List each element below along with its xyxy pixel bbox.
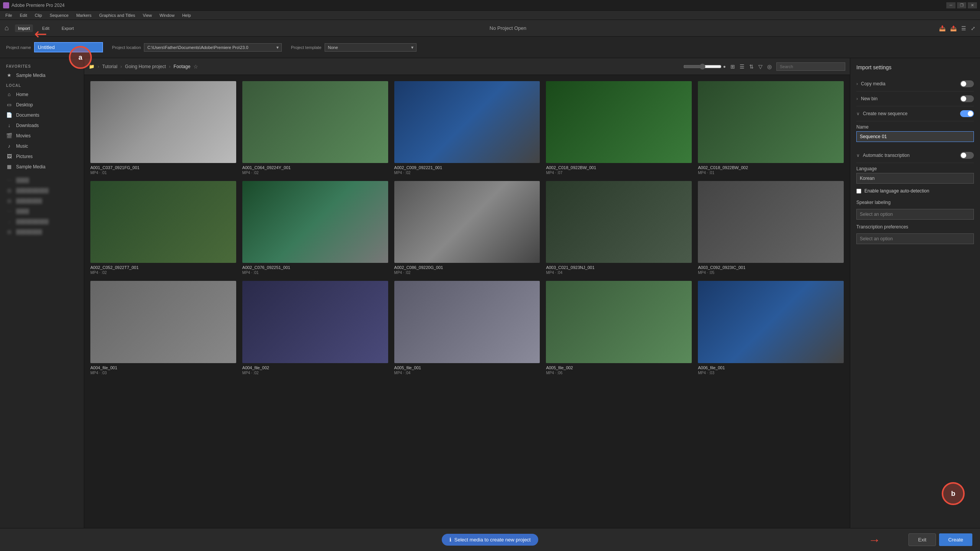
list-view-button[interactable]: ☰ <box>738 63 746 70</box>
exit-button[interactable]: Exit <box>908 533 936 546</box>
language-section: Language Korean English Japanese <box>856 163 974 185</box>
media-name-8: A003_C021_0923NJ_001 <box>546 265 692 270</box>
info-icon: ℹ <box>449 537 451 543</box>
sidebar-item-label: Music <box>16 143 28 149</box>
breadcrumb-tutorial[interactable]: Tutorial <box>102 64 118 69</box>
info-text: Select media to create new project <box>454 537 531 543</box>
info-banner: ℹ Select media to create new project <box>442 534 538 546</box>
sidebar-item-documents[interactable]: 📄 Documents <box>0 110 84 120</box>
media-meta-8: MP4 · :04 <box>546 271 692 275</box>
sidebar-item-blurred-6[interactable]: ▦ ████████ <box>0 227 84 237</box>
sidebar-item-home[interactable]: ⌂ Home <box>0 89 84 99</box>
media-meta-13: MP4 · :06 <box>546 371 692 375</box>
export-tab[interactable]: Export <box>59 24 77 32</box>
menu-markers[interactable]: Markers <box>72 12 95 18</box>
create-sequence-toggle[interactable] <box>960 110 974 117</box>
media-name-12: A005_file_001 <box>394 365 540 370</box>
sidebar-item-blurred-3[interactable]: ▦ ████████ <box>0 196 84 206</box>
media-name-7: A002_C086_09220G_001 <box>394 265 540 270</box>
preview-button[interactable]: ◎ <box>766 63 773 70</box>
media-item-4[interactable]: A002_C018_0922BW_002 MP4 · :01 <box>698 81 844 175</box>
import-tab[interactable]: Import <box>15 24 33 32</box>
home-icon[interactable]: ⌂ <box>5 24 9 32</box>
restore-button[interactable]: ❐ <box>957 2 966 8</box>
list-icon[interactable]: ☰ <box>961 25 966 31</box>
transcription-prefs-select[interactable]: Select an option <box>856 233 974 244</box>
media-meta-2: MP4 · :02 <box>394 171 540 175</box>
sidebar-item-pictures[interactable]: 🖼 Pictures <box>0 151 84 161</box>
size-slider[interactable] <box>683 64 722 70</box>
sidebar-item-music[interactable]: ♪ Music <box>0 141 84 151</box>
media-item-8[interactable]: A003_C021_0923NJ_001 MP4 · :04 <box>546 181 692 275</box>
media-item-5[interactable]: A002_C052_0922T7_001 MP4 · :02 <box>90 181 236 275</box>
grid-view-button[interactable]: ⊞ <box>729 63 737 70</box>
expand-icon[interactable]: ⤢ <box>971 25 975 31</box>
search-input[interactable] <box>776 62 845 71</box>
media-thumb-14 <box>698 281 844 363</box>
menu-sequence[interactable]: Sequence <box>46 12 73 18</box>
sort-button[interactable]: ⇅ <box>748 63 755 70</box>
downloads-icon: ↓ <box>6 122 12 128</box>
sidebar-item-blurred-2[interactable]: ▦ ██████████ <box>0 185 84 196</box>
sequence-expand[interactable]: ∨ <box>856 111 860 116</box>
blurred-icon-4: ⋯ <box>6 208 12 214</box>
project-location-select[interactable]: C:\Users\Father\Documents\Adobe\Premiere… <box>144 43 282 52</box>
sidebar-item-desktop[interactable]: ▭ Desktop <box>0 99 84 110</box>
menu-edit[interactable]: Edit <box>16 12 31 18</box>
media-item-0[interactable]: A001_C037_0921FG_001 MP4 · :01 <box>90 81 236 175</box>
transcription-expand[interactable]: ∨ <box>856 153 860 158</box>
sidebar-item-movies[interactable]: 🎬 Movies <box>0 130 84 141</box>
media-item-3[interactable]: A002_C018_0922BW_001 MP4 · :07 <box>546 81 692 175</box>
copy-media-toggle[interactable] <box>960 80 974 87</box>
media-item-2[interactable]: A002_C009_092221_001 MP4 · :02 <box>394 81 540 175</box>
media-item-11[interactable]: A004_file_002 MP4 · :02 <box>242 281 388 375</box>
sequence-name-input[interactable] <box>856 131 974 142</box>
sidebar-item-blurred-5[interactable]: ↓ ██████████ <box>0 216 84 227</box>
favorite-star[interactable]: ☆ <box>193 64 198 70</box>
project-template-select[interactable]: None <box>325 43 416 52</box>
copy-media-expand[interactable]: › <box>856 81 858 86</box>
create-button[interactable]: Create <box>939 533 972 546</box>
media-thumb-13 <box>546 281 692 363</box>
menu-view[interactable]: View <box>139 12 156 18</box>
menu-file[interactable]: File <box>2 12 16 18</box>
language-detection-checkbox[interactable] <box>856 189 861 194</box>
media-item-12[interactable]: A005_file_001 MP4 · :04 <box>394 281 540 375</box>
sidebar-item-sample-media-fav[interactable]: ★ Sample Media <box>0 70 84 80</box>
project-template-label: Project template <box>291 45 321 50</box>
media-item-9[interactable]: A003_C092_0923IC_001 MP4 · :05 <box>698 181 844 275</box>
media-item-1[interactable]: A001_C064_09224Y_001 MP4 · :02 <box>242 81 388 175</box>
project-name-input[interactable] <box>34 42 103 52</box>
sidebar-item-blurred-4[interactable]: ⋯ ████ <box>0 206 84 216</box>
sidebar-item-sample-media[interactable]: ▦ Sample Media <box>0 161 84 172</box>
auto-transcription-toggle[interactable] <box>960 152 974 159</box>
auto-transcription-row: ∨ Automatic transcription <box>856 148 974 163</box>
menu-graphics[interactable]: Graphics and Titles <box>95 12 139 18</box>
language-detection-label: Enable language auto-detection <box>864 188 929 194</box>
menu-clip[interactable]: Clip <box>31 12 46 18</box>
menu-help[interactable]: Help <box>178 12 195 18</box>
close-button[interactable]: ✕ <box>968 2 977 8</box>
sidebar-item-blurred-1[interactable]: ⋯ ████ <box>0 175 84 185</box>
media-name-0: A001_C037_0921FG_001 <box>90 165 236 170</box>
media-item-7[interactable]: A002_C086_09220G_001 MP4 · :02 <box>394 181 540 275</box>
media-thumb-1 <box>242 81 388 163</box>
media-item-10[interactable]: A004_file_001 MP4 · :03 <box>90 281 236 375</box>
new-bin-toggle[interactable] <box>960 95 974 102</box>
export-icon[interactable]: 📤 <box>950 25 957 31</box>
speaker-labeling-select[interactable]: Select an option <box>856 209 974 220</box>
minimize-button[interactable]: ─ <box>946 2 956 8</box>
media-item-13[interactable]: A005_file_002 MP4 · :06 <box>546 281 692 375</box>
breadcrumb-going-home[interactable]: Going Home project <box>125 64 166 69</box>
media-item-6[interactable]: A002_C076_092251_001 MP4 · :01 <box>242 181 388 275</box>
sidebar-item-downloads[interactable]: ↓ Downloads <box>0 120 84 130</box>
filter-button[interactable]: ▽ <box>757 63 764 70</box>
language-select[interactable]: Korean English Japanese <box>856 173 974 184</box>
import-icon[interactable]: 📥 <box>939 25 946 31</box>
new-bin-expand[interactable]: › <box>856 96 858 101</box>
menu-window[interactable]: Window <box>156 12 178 18</box>
window-controls[interactable]: ─ ❐ ✕ <box>946 2 977 8</box>
edit-tab[interactable]: Edit <box>39 24 52 32</box>
blurred-icon-2: ▦ <box>6 187 12 193</box>
media-item-14[interactable]: A006_file_001 MP4 · :03 <box>698 281 844 375</box>
